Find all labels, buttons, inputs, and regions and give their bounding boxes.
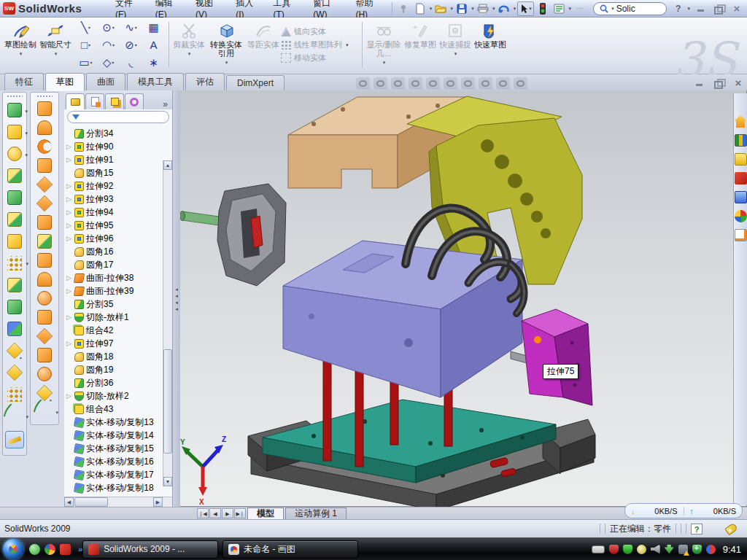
custom-properties-icon[interactable] — [735, 229, 747, 241]
dimxpert-manager-tab[interactable] — [125, 93, 144, 109]
lofted-surface-button[interactable]: ▾ — [37, 158, 52, 173]
help-button[interactable]: ? — [676, 4, 681, 14]
sketch-entity-button[interactable]: ∿▾ — [120, 19, 142, 36]
ribbon-tab[interactable]: DimXpert — [226, 75, 285, 90]
scroll-thumb[interactable] — [74, 497, 108, 507]
fillet-button[interactable]: ▾ — [7, 147, 22, 161]
split-button[interactable]: ▾ — [7, 278, 22, 292]
doc-minimize-button[interactable] — [694, 79, 706, 88]
extruded-cut-button[interactable]: ▾ — [7, 125, 22, 139]
helix-button[interactable]: ▾ — [7, 409, 22, 424]
help-status-icon[interactable]: ? — [691, 524, 703, 534]
sketch-entity-button[interactable]: ▦▾ — [142, 19, 165, 36]
antivirus-icon[interactable] — [609, 545, 619, 554]
tree-item[interactable]: ▷ 拉伸92 — [66, 179, 172, 192]
tree-vertical-scrollbar[interactable]: ▲ ▼ — [163, 160, 172, 486]
untrim-surface-button[interactable]: ▾ — [36, 328, 53, 345]
sync-icon[interactable] — [665, 545, 674, 554]
undo-icon[interactable] — [497, 1, 511, 16]
ruled-surface-button[interactable]: ▾ — [37, 348, 52, 362]
feature-manager-tab[interactable] — [66, 93, 85, 109]
restore-button[interactable] — [713, 4, 725, 13]
view-palette-icon[interactable] — [735, 191, 747, 203]
swept-boss-button[interactable]: ▾ — [7, 168, 22, 183]
ribbon-tab[interactable]: 评估 — [185, 73, 225, 90]
revolved-surface-button[interactable]: ▾ — [37, 120, 52, 135]
expand-arrow-icon[interactable]: ▷ — [66, 274, 72, 281]
update-spark-icon[interactable] — [637, 545, 646, 554]
expand-arrow-icon[interactable]: ▷ — [66, 314, 72, 321]
tree-horizontal-scrollbar[interactable]: ◀ ▶ — [64, 497, 172, 507]
input-method-icon[interactable] — [592, 545, 605, 553]
tree-item[interactable]: ▷ 切除-放样1 — [66, 311, 172, 324]
tree-item[interactable]: ▷ 拉伸95 — [66, 219, 172, 232]
swept-surface-button[interactable]: ▾ — [37, 101, 52, 116]
print-icon[interactable] — [476, 1, 490, 16]
open-file-icon[interactable] — [433, 1, 448, 16]
tree-item[interactable]: ▷ 组合43 — [66, 402, 172, 416]
last-tab-button[interactable]: ▶❘ — [234, 508, 246, 518]
sketch-entity-button[interactable]: A▾ — [142, 36, 165, 54]
tree-item[interactable]: ▷ 拉伸94 — [66, 206, 172, 219]
smart-fastener-button[interactable]: ▾ — [7, 365, 23, 381]
tree-item[interactable]: ▷ 实体-移动/复制17 — [66, 468, 172, 481]
tree-filter-input[interactable] — [67, 111, 169, 123]
expand-arrow-icon[interactable]: ▷ — [66, 222, 72, 229]
view-tool-icon[interactable] — [409, 77, 422, 90]
view-tool-icon[interactable] — [514, 77, 527, 90]
close-button[interactable]: × — [731, 4, 743, 13]
sketch-entity-button[interactable]: □▾ — [74, 36, 97, 54]
sketch-entity-button[interactable]: ∗▾ — [142, 54, 165, 71]
combine-button[interactable]: ▾ — [7, 300, 22, 314]
options-checklist-icon[interactable] — [551, 1, 566, 16]
taskbar-clock[interactable]: 9:41 — [723, 544, 741, 555]
select-tool[interactable]: ▾ — [517, 1, 534, 16]
network-warning-icon[interactable] — [678, 545, 688, 554]
part-side-block[interactable] — [522, 309, 592, 405]
extend-surface-button[interactable]: ▾ — [37, 291, 52, 306]
tree-item[interactable]: ▷ 拉伸90 — [66, 140, 172, 153]
view-tool-icon[interactable] — [356, 77, 370, 90]
dome-button[interactable]: ▾ — [37, 367, 52, 381]
move-entities-button[interactable]: 移动实体 — [281, 52, 360, 63]
view-tool-icon[interactable] — [426, 77, 440, 90]
tree-item[interactable]: ▷ 拉伸97 — [66, 337, 172, 350]
sketch-entity-button[interactable]: ◇▾ — [97, 54, 120, 71]
expand-arrow-icon[interactable]: ▷ — [66, 235, 72, 242]
tree-item[interactable]: ▷ 曲面-拉伸38 — [66, 271, 172, 284]
linear-sketch-pattern-button[interactable]: 线性草图阵列▾ — [281, 39, 360, 50]
ribbon-tab[interactable]: 草图 — [45, 73, 85, 91]
tag-icon[interactable] — [724, 522, 738, 535]
health-shield-icon[interactable] — [692, 545, 702, 554]
lofted-boss-button[interactable]: ▾ — [7, 190, 22, 205]
offset-entities-button[interactable]: 等距实体 — [246, 19, 281, 71]
tree-item[interactable]: ▷ 实体-移动/复制14 — [66, 429, 172, 442]
sketch-entity-button[interactable]: ▭▾ — [74, 54, 97, 71]
tree-item[interactable]: ▷ 拉伸96 — [66, 232, 172, 245]
insert-part-button[interactable]: ▾ — [7, 343, 23, 359]
tree-item[interactable]: ▷ 圆角16 — [66, 245, 172, 258]
expand-arrow-icon[interactable]: ▷ — [66, 195, 72, 203]
expand-arrow-icon[interactable]: ▷ — [66, 182, 72, 190]
sketch-entity-button[interactable]: ╲▾ — [74, 19, 97, 36]
expand-arrow-icon[interactable]: ▷ — [66, 340, 72, 347]
pin-toolbar-icon[interactable] — [396, 1, 411, 16]
expand-arrow-icon[interactable]: ▷ — [66, 392, 72, 400]
tree-item[interactable]: ▷ 曲面-拉伸39 — [66, 284, 172, 298]
sketch-entity-button[interactable]: ◟▾ — [120, 54, 142, 71]
quick-snaps-button[interactable]: 快速捕捉 ▾ — [438, 19, 473, 71]
offset-surface-button[interactable]: ▾ — [37, 234, 52, 249]
minimize-button[interactable] — [696, 4, 708, 13]
tree-item[interactable]: ▷ 分割36 — [66, 376, 172, 389]
overflow-toolbar-icon[interactable]: ⋯ — [573, 1, 587, 16]
solidworks-resources-icon[interactable] — [735, 115, 747, 128]
search-input[interactable]: Solic — [616, 4, 635, 14]
tree-item[interactable]: ▷ 实体-移动/复制18 — [66, 481, 172, 494]
view-tool-icon[interactable] — [374, 77, 387, 90]
volume-icon[interactable] — [651, 545, 660, 554]
design-library-icon[interactable] — [735, 134, 747, 147]
tree-item[interactable]: ▷ 圆角15 — [66, 166, 172, 179]
convert-entities-button[interactable]: 转换实体引用 ▾ — [206, 19, 246, 71]
doc-restore-button[interactable] — [713, 79, 725, 88]
panel-tabs-overflow[interactable]: » — [160, 99, 171, 109]
